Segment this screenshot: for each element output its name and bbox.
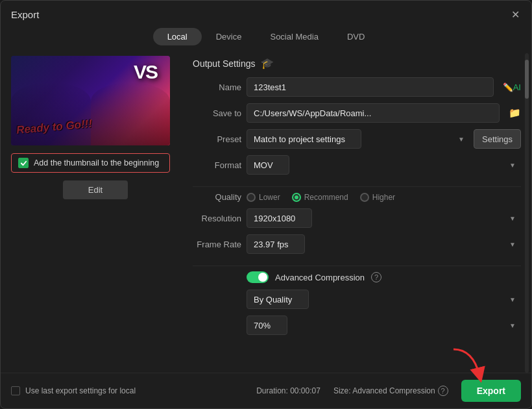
size-help-icon[interactable]: ? [438, 386, 448, 396]
thumbnail-checkbox[interactable] [18, 158, 29, 168]
scrollbar-thumb[interactable] [525, 60, 529, 99]
bottom-left: Use last export settings for local [11, 386, 136, 395]
name-row: Name ✏️AI [193, 77, 521, 97]
name-input-group [247, 77, 494, 97]
use-last-settings-label: Use last export settings for local [25, 386, 136, 395]
tab-local[interactable]: Local [153, 28, 202, 45]
format-chevron-icon: ▼ [509, 162, 516, 169]
format-select-wrap: MOV ▼ [247, 155, 521, 175]
bottom-bar: Use last export settings for local Durat… [1, 373, 531, 408]
vs-text: VS [134, 61, 157, 83]
frame-rate-select-wrap: 23.97 fps ▼ [247, 234, 521, 254]
bottom-right: Duration: 00:00:07 Size: Advanced Compre… [256, 380, 521, 402]
tab-social-media[interactable]: Social Media [256, 28, 332, 45]
ai-icon[interactable]: ✏️AI [503, 82, 521, 92]
duration-text: Duration: 00:00:07 [256, 386, 320, 395]
close-button[interactable]: ✕ [509, 8, 521, 20]
quality-higher-radio[interactable] [360, 193, 369, 202]
main-content: VS Ready to Go!!! Add the thumbnail to t… [1, 53, 531, 373]
export-window: Export ✕ Local Device Social Media DVD V… [0, 0, 532, 409]
quality-lower-radio[interactable] [247, 193, 256, 202]
right-panel: Output Settings 🎓 Name ✏️AI Save to 📁 [193, 53, 521, 373]
quality-higher[interactable]: Higher [360, 193, 395, 202]
advanced-toggle[interactable] [247, 271, 269, 283]
by-quality-row: By Quality ▼ [193, 290, 521, 309]
save-to-label: Save to [193, 108, 241, 118]
quality-percent-chevron-icon: ▼ [509, 322, 516, 329]
thumbnail-checkbox-row[interactable]: Add the thumbnail to the beginning [11, 153, 170, 173]
quality-recommend-radio[interactable] [292, 193, 301, 202]
resolution-select[interactable]: 1920x1080 [247, 208, 312, 228]
toggle-knob [258, 273, 267, 282]
preset-chevron-icon: ▼ [458, 136, 465, 143]
preset-wrapper: Match to project settings ▼ Settings [247, 129, 521, 149]
size-label: Size: Advanced Compression [333, 386, 435, 395]
name-label: Name [193, 82, 241, 92]
resolution-select-wrap: 1920x1080 ▼ [247, 208, 521, 228]
use-last-settings-checkbox[interactable] [11, 386, 20, 395]
preset-select-wrap: Match to project settings ▼ [247, 129, 470, 149]
quality-row: Quality Lower Recommend Higher [193, 192, 521, 202]
thumbnail-checkbox-label: Add the thumbnail to the beginning [34, 158, 159, 167]
frame-rate-chevron-icon: ▼ [509, 241, 516, 248]
preset-label: Preset [193, 134, 241, 144]
settings-button[interactable]: Settings [474, 129, 521, 149]
tab-dvd[interactable]: DVD [333, 28, 379, 45]
by-quality-select-wrap: By Quality ▼ [247, 290, 521, 309]
quality-recommend-label: Recommend [304, 193, 348, 202]
quality-percent-select[interactable]: 70% [247, 316, 287, 335]
quality-lower-label: Lower [259, 193, 280, 202]
quality-higher-label: Higher [372, 193, 395, 202]
resolution-label: Resolution [193, 214, 241, 223]
quality-percent-row: 70% ▼ [193, 316, 521, 335]
folder-icon[interactable]: 📁 [509, 107, 521, 119]
left-panel: VS Ready to Go!!! Add the thumbnail to t… [11, 53, 180, 373]
tab-device[interactable]: Device [202, 28, 256, 45]
divider-1 [193, 186, 521, 187]
by-quality-select[interactable]: By Quality [247, 290, 309, 309]
frame-rate-label: Frame Rate [193, 240, 241, 249]
advanced-help-icon[interactable]: ? [371, 272, 381, 282]
save-to-input-group [247, 103, 500, 123]
quality-lower[interactable]: Lower [247, 193, 280, 202]
quality-radio-group: Lower Recommend Higher [247, 193, 521, 202]
quality-recommend[interactable]: Recommend [292, 193, 348, 202]
save-to-input[interactable] [247, 103, 500, 123]
divider-2 [193, 266, 521, 266]
quality-label: Quality [193, 192, 241, 202]
thumbnail-preview: VS Ready to Go!!! [11, 56, 170, 145]
name-input[interactable] [247, 77, 494, 97]
format-row: Format MOV ▼ [193, 155, 521, 175]
edit-button[interactable]: Edit [63, 180, 128, 199]
output-settings-label: Output Settings [193, 58, 256, 69]
preset-select[interactable]: Match to project settings [247, 129, 361, 149]
preset-row: Preset Match to project settings ▼ Setti… [193, 129, 521, 149]
scrollbar[interactable] [525, 53, 529, 373]
format-select[interactable]: MOV [247, 155, 289, 175]
quality-percent-select-wrap: 70% ▼ [247, 316, 521, 335]
tabs-row: Local Device Social Media DVD [1, 25, 531, 53]
save-to-row: Save to 📁 [193, 103, 521, 123]
graduate-icon: 🎓 [261, 57, 274, 69]
window-title: Export [11, 9, 39, 20]
resolution-chevron-icon: ▼ [509, 215, 516, 222]
frame-rate-row: Frame Rate 23.97 fps ▼ [193, 234, 521, 254]
format-label: Format [193, 160, 241, 170]
size-text: Size: Advanced Compression ? [333, 386, 448, 396]
output-settings-header: Output Settings 🎓 [193, 53, 521, 77]
advanced-compression-row: Advanced Compression ? [193, 271, 521, 283]
advanced-label: Advanced Compression [275, 273, 365, 282]
title-bar: Export ✕ [1, 1, 531, 25]
export-button[interactable]: Export [461, 380, 521, 402]
resolution-row: Resolution 1920x1080 ▼ [193, 208, 521, 228]
by-quality-chevron-icon: ▼ [509, 296, 516, 303]
frame-rate-select[interactable]: 23.97 fps [247, 234, 305, 254]
